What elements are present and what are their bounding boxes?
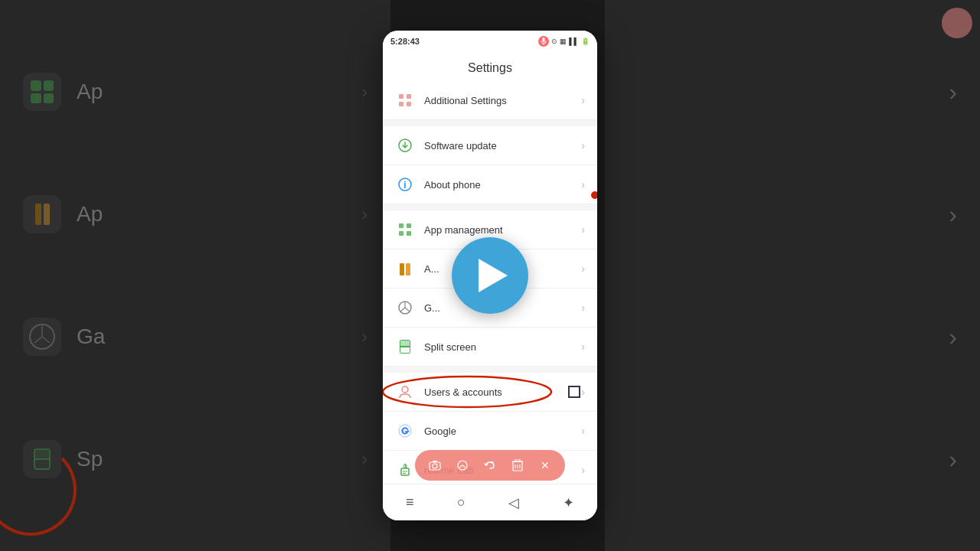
svg-rect-4 bbox=[407, 94, 411, 99]
bg-item-google: Ga › bbox=[23, 318, 368, 356]
g-chevron: › bbox=[581, 302, 585, 314]
toolbar-delete-btn[interactable] bbox=[507, 455, 528, 476]
users-accounts-icon bbox=[395, 382, 415, 402]
app-management-label: App management bbox=[424, 224, 581, 236]
play-button-overlay[interactable] bbox=[452, 237, 528, 314]
bg-apps-icon bbox=[23, 73, 61, 111]
svg-text:G: G bbox=[402, 427, 408, 435]
svg-rect-11 bbox=[407, 223, 411, 228]
split-screen-icon bbox=[395, 337, 415, 357]
svg-point-16 bbox=[402, 386, 408, 393]
status-time: 5:28:43 bbox=[390, 37, 420, 46]
settings-item-software-update[interactable]: Software update › bbox=[383, 126, 597, 165]
toolbar-close-btn[interactable]: ✕ bbox=[534, 455, 556, 476]
divider-3 bbox=[383, 367, 597, 373]
divider-1 bbox=[383, 120, 597, 126]
app-management-icon bbox=[395, 220, 415, 240]
nav-menu-icon[interactable]: ≡ bbox=[406, 494, 414, 510]
split-screen-label: Split screen bbox=[424, 341, 581, 353]
software-update-icon bbox=[395, 135, 415, 155]
play-button[interactable] bbox=[452, 237, 528, 314]
mic-icon bbox=[538, 36, 549, 47]
bg-label-apps: Ap bbox=[77, 80, 103, 104]
bg-item-split: Sp › bbox=[23, 440, 368, 478]
settings-item-split-screen[interactable]: Split screen › bbox=[383, 328, 597, 367]
background-right: › › › › bbox=[605, 0, 980, 551]
svg-rect-6 bbox=[407, 102, 411, 106]
about-phone-icon: i bbox=[395, 174, 415, 194]
nav-home-icon[interactable]: ○ bbox=[457, 494, 466, 510]
svg-rect-25 bbox=[433, 461, 437, 462]
users-accounts-chevron: › bbox=[581, 386, 585, 398]
app-management-chevron: › bbox=[581, 223, 585, 236]
google-icon: G bbox=[395, 421, 415, 441]
orange-circle-decoration bbox=[942, 8, 972, 38]
svg-text:i: i bbox=[403, 180, 406, 191]
red-dot-decoration bbox=[591, 191, 597, 199]
split-screen-chevron: › bbox=[581, 341, 585, 353]
bg-label-apps2: Ap bbox=[77, 202, 103, 227]
settings-item-additional-settings[interactable]: Additional Settings › bbox=[383, 81, 597, 120]
apps-icon bbox=[395, 259, 415, 279]
apps-chevron: › bbox=[581, 262, 585, 275]
about-phone-chevron: › bbox=[581, 178, 585, 191]
google-label: Google bbox=[424, 425, 581, 437]
bg-item-apps2: Ap › bbox=[23, 195, 368, 233]
settings-item-users-accounts[interactable]: Users & accounts › bbox=[383, 373, 597, 412]
battery-icon: 🔋 bbox=[581, 37, 590, 45]
additional-settings-chevron: › bbox=[581, 94, 585, 106]
nav-back-icon[interactable]: ◁ bbox=[508, 494, 519, 511]
svg-rect-5 bbox=[399, 102, 403, 106]
gps-icon: ⊙ bbox=[551, 37, 557, 45]
status-bar: 5:28:43 ⊙ ▦ ▌▌ 🔋 bbox=[383, 31, 597, 52]
toolbar-pen-btn[interactable] bbox=[452, 455, 473, 476]
svg-rect-3 bbox=[399, 94, 403, 99]
annotation-toolbar: ✕ bbox=[415, 450, 565, 481]
bg-label-google: Ga bbox=[77, 324, 105, 349]
divider-2 bbox=[383, 204, 597, 210]
users-accounts-label: Users & accounts bbox=[424, 386, 581, 398]
additional-settings-icon bbox=[395, 90, 415, 110]
svg-rect-1 bbox=[543, 37, 545, 42]
wifi-icon: ▦ bbox=[560, 37, 567, 45]
play-triangle-icon bbox=[479, 259, 508, 292]
status-icons: ⊙ ▦ ▌▌ 🔋 bbox=[538, 36, 590, 47]
svg-rect-12 bbox=[399, 231, 403, 236]
settings-item-google[interactable]: G Google › bbox=[383, 412, 597, 451]
svg-rect-10 bbox=[399, 223, 403, 228]
software-update-label: Software update bbox=[424, 140, 581, 152]
google-chevron: › bbox=[581, 425, 585, 437]
realme-lab-icon bbox=[395, 460, 415, 480]
additional-settings-label: Additional Settings bbox=[424, 95, 581, 106]
bg-item-apps: Ap › bbox=[23, 73, 368, 111]
bg-columns-icon bbox=[23, 195, 61, 233]
signal-icon: ▌▌ bbox=[569, 37, 579, 45]
settings-item-about-phone[interactable]: i About phone › bbox=[383, 165, 597, 204]
svg-point-24 bbox=[433, 464, 437, 468]
nav-bar: ≡ ○ ◁ ✦ bbox=[383, 484, 597, 520]
nav-assist-icon[interactable]: ✦ bbox=[563, 494, 574, 511]
g-icon bbox=[395, 298, 415, 318]
bg-mercedes-icon bbox=[23, 318, 61, 356]
bg-label-split: Sp bbox=[77, 447, 103, 471]
software-update-chevron: › bbox=[581, 139, 585, 152]
toolbar-camera-btn[interactable] bbox=[424, 455, 446, 476]
annotation-circle-marker bbox=[568, 386, 580, 398]
svg-rect-13 bbox=[407, 231, 411, 236]
about-phone-label: About phone bbox=[424, 179, 581, 191]
svg-rect-29 bbox=[515, 459, 520, 461]
realme-lab-chevron: › bbox=[581, 464, 585, 476]
page-title: Settings bbox=[383, 52, 597, 81]
toolbar-undo-btn[interactable] bbox=[479, 455, 501, 476]
